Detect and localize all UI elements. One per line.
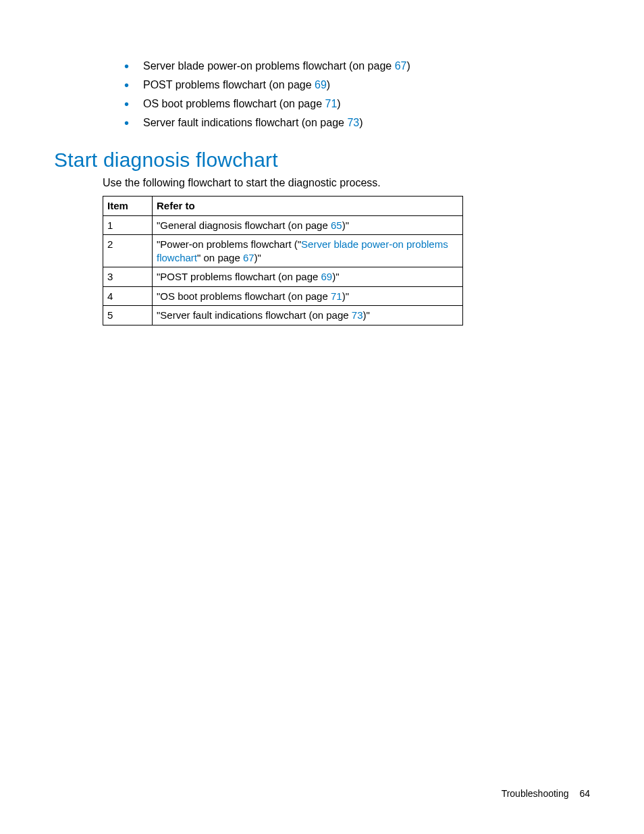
footer-section: Troubleshooting [502, 788, 569, 799]
table-text: "Power-on problems flowchart (" [157, 238, 301, 250]
bullet-text: POST problems flowchart (on page [143, 79, 315, 90]
table-row: 2"Power-on problems flowchart ("Server b… [103, 235, 463, 267]
table-cell-refer: "POST problems flowchart (on page 69)" [153, 267, 463, 287]
table-text: )" [332, 271, 339, 282]
page-footer: Troubleshooting 64 [502, 788, 590, 799]
page-link[interactable]: 71 [331, 290, 342, 302]
table-row: 1"General diagnosis flowchart (on page 6… [103, 215, 463, 235]
table-row: 4"OS boot problems flowchart (on page 71… [103, 286, 463, 306]
table-text: "Server fault indications flowchart (on … [157, 309, 352, 321]
page-link[interactable]: 69 [321, 271, 333, 282]
bullet-item: Server blade power-on problems flowchart… [124, 57, 590, 76]
bullet-item: Server fault indications flowchart (on p… [124, 113, 590, 132]
table-cell-item: 2 [103, 235, 153, 267]
table-text: )" [342, 290, 349, 302]
table-row: 5"Server fault indications flowchart (on… [103, 306, 463, 325]
bullet-item: POST problems flowchart (on page 69) [124, 76, 590, 95]
page-link[interactable]: 73 [347, 117, 359, 128]
table-text: )" [342, 219, 349, 231]
table-header-item: Item [103, 197, 153, 216]
page-link[interactable]: 71 [325, 98, 337, 109]
footer-page-number: 64 [579, 788, 590, 799]
table-text: " on page [197, 252, 243, 263]
table-body: 1"General diagnosis flowchart (on page 6… [103, 215, 463, 325]
table-cell-refer: "General diagnosis flowchart (on page 65… [153, 215, 463, 235]
table-cell-refer: "OS boot problems flowchart (on page 71)… [153, 286, 463, 306]
table-header-refer: Refer to [153, 197, 463, 216]
bullet-text: OS boot problems flowchart (on page [143, 98, 325, 109]
bullet-text: Server fault indications flowchart (on p… [143, 117, 347, 128]
table-text: "OS boot problems flowchart (on page [157, 290, 331, 302]
page-link[interactable]: 65 [331, 219, 342, 231]
table-cell-item: 4 [103, 286, 153, 306]
section-heading: Start diagnosis flowchart [54, 149, 590, 172]
bullet-list: Server blade power-on problems flowchart… [54, 57, 590, 132]
page-link[interactable]: 73 [352, 309, 363, 321]
table-cell-item: 3 [103, 267, 153, 287]
table-cell-refer: "Server fault indications flowchart (on … [153, 306, 463, 325]
page-link[interactable]: 67 [395, 60, 407, 72]
reference-table: Item Refer to 1"General diagnosis flowch… [103, 196, 463, 325]
bullet-item: OS boot problems flowchart (on page 71) [124, 95, 590, 113]
bullet-text: ) [337, 98, 340, 109]
document-page: Server blade power-on problems flowchart… [0, 0, 644, 325]
bullet-text: Server blade power-on problems flowchart… [143, 60, 395, 72]
table-row: 3"POST problems flowchart (on page 69)" [103, 267, 463, 287]
table-text: )" [363, 309, 370, 321]
table-cell-refer: "Power-on problems flowchart ("Server bl… [153, 235, 463, 267]
page-link[interactable]: 69 [315, 79, 327, 90]
table-header-row: Item Refer to [103, 197, 463, 216]
intro-paragraph: Use the following flowchart to start the… [54, 177, 590, 189]
bullet-text: ) [359, 117, 363, 128]
page-link[interactable]: 67 [243, 252, 254, 263]
table-text: "General diagnosis flowchart (on page [157, 219, 331, 231]
table-cell-item: 1 [103, 215, 153, 235]
table-cell-item: 5 [103, 306, 153, 325]
bullet-text: ) [327, 79, 330, 90]
table-text: "POST problems flowchart (on page [157, 271, 321, 282]
bullet-text: ) [406, 60, 410, 72]
table-text: )" [254, 252, 261, 263]
